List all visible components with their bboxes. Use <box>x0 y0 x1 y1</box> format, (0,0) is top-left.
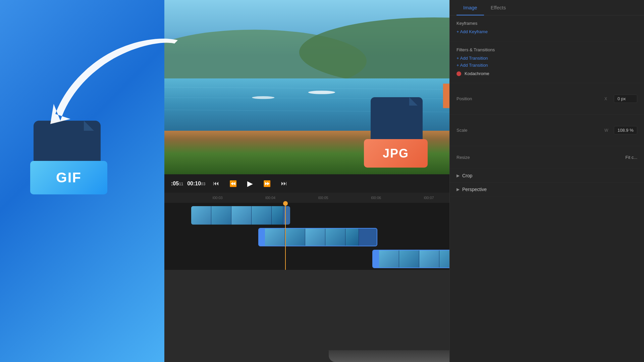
clip-thumb <box>345 229 359 246</box>
position-label: Position <box>457 96 483 101</box>
current-time-sub: 11 <box>179 182 183 186</box>
position-x-property: X 0 px <box>604 92 637 106</box>
filter-kodachrome[interactable]: Kodachrome <box>457 70 637 77</box>
resize-section: Resize Fit c... <box>450 146 644 169</box>
gif-label: GIF <box>30 161 107 194</box>
add-transition-1-label: + Add Transition <box>457 56 488 61</box>
perspective-section[interactable]: ▶ Perspective <box>450 183 644 196</box>
scale-w-icon: W <box>604 128 610 133</box>
position-x-value: 0 px <box>618 96 626 101</box>
clip-thumb <box>211 206 231 225</box>
tab-image[interactable]: Image <box>457 0 484 15</box>
tab-effects-label: Effects <box>491 5 506 10</box>
panel-tabs: Image Effects <box>450 0 644 15</box>
jpg-label: JPG <box>364 139 428 168</box>
position-x-input[interactable]: 0 px <box>614 95 637 103</box>
jpg-text: JPG <box>383 146 409 161</box>
clip-thumb <box>379 250 399 267</box>
position-section: Position X 0 px <box>450 83 644 115</box>
fast-forward-button[interactable]: ⏩ <box>261 179 273 189</box>
scale-w-input[interactable]: 108.9 % <box>614 126 637 134</box>
total-time-sub: 03 <box>201 182 205 186</box>
perspective-collapse-arrow: ▶ <box>457 187 460 192</box>
time-display: :0511 00:1003 <box>171 181 205 187</box>
position-row: Position X 0 px <box>457 88 637 109</box>
gif-text: GIF <box>56 170 82 186</box>
clip-thumb <box>325 229 345 246</box>
resize-row: Resize Fit c... <box>457 152 637 163</box>
keyframes-title: Keyframes <box>457 21 637 26</box>
svg-point-8 <box>308 90 335 94</box>
resize-label: Resize <box>457 155 483 160</box>
playhead[interactable] <box>285 203 286 270</box>
tab-image-label: Image <box>463 5 477 10</box>
clip-thumb <box>265 229 285 246</box>
clip-strip-2[interactable] <box>258 228 377 246</box>
filter-color-indicator <box>457 71 461 76</box>
filter-name-label: Kodachrome <box>465 71 489 76</box>
filters-section: Filters & Transitions + Add Transition +… <box>450 42 644 83</box>
current-time: :05 <box>171 181 179 186</box>
ruler-mark-3: l00:05 <box>297 196 350 200</box>
add-transition-2-label: + Add Transition <box>457 63 488 68</box>
jpg-file-fold <box>409 97 418 106</box>
clip-thumb <box>231 206 252 225</box>
add-keyframe-button[interactable]: + Add Keyframe <box>457 29 637 34</box>
position-x-icon: X <box>604 97 610 101</box>
clip-thumb <box>191 206 211 225</box>
filters-title: Filters & Transitions <box>457 47 637 52</box>
add-transition-2-button[interactable]: + Add Transition <box>457 63 637 68</box>
clip-thumb <box>399 250 419 267</box>
perspective-label: Perspective <box>462 187 487 192</box>
add-keyframe-label: + Add Keyframe <box>457 29 488 34</box>
ruler-mark-1: l00:03 <box>191 196 244 200</box>
arrow-decoration <box>34 34 195 127</box>
tab-effects[interactable]: Effects <box>484 0 513 15</box>
svg-point-9 <box>252 96 274 99</box>
play-button[interactable]: ▶ <box>245 178 256 189</box>
scale-row: Scale W 108.9 % <box>457 120 637 140</box>
scale-w-property: W 108.9 % <box>604 123 637 137</box>
rewind-button[interactable]: ⏪ <box>227 179 239 189</box>
clip-thumb <box>252 206 272 225</box>
crop-label: Crop <box>462 173 472 178</box>
crop-section[interactable]: ▶ Crop <box>450 169 644 183</box>
skip-end-button[interactable]: ⏭ <box>278 179 290 188</box>
jpg-icon: JPG <box>364 97 431 168</box>
crop-collapse-arrow: ▶ <box>457 173 460 178</box>
scale-section: Scale W 108.9 % <box>450 115 644 146</box>
clip-strip-1[interactable] <box>191 206 290 225</box>
ruler-mark-5: l00:07 <box>402 196 455 200</box>
add-transition-1-button[interactable]: + Add Transition <box>457 56 637 61</box>
ruler-mark-4: l00:06 <box>350 196 403 200</box>
ruler-mark-2: l00:04 <box>244 196 297 200</box>
total-time: 00:10 <box>187 181 201 186</box>
scale-label: Scale <box>457 128 483 133</box>
clip-thumb <box>285 229 305 246</box>
scale-w-value: 108.9 % <box>618 128 634 133</box>
skip-start-button[interactable]: ⏮ <box>210 179 222 188</box>
clip-thumb <box>305 229 325 246</box>
resize-value: Fit c... <box>626 155 637 160</box>
clip-thumb <box>419 250 439 267</box>
keyframes-section: Keyframes + Add Keyframe <box>450 15 644 42</box>
clip-thumb <box>272 206 283 225</box>
right-panel: Image Effects Keyframes + Add Keyframe F… <box>449 0 644 362</box>
